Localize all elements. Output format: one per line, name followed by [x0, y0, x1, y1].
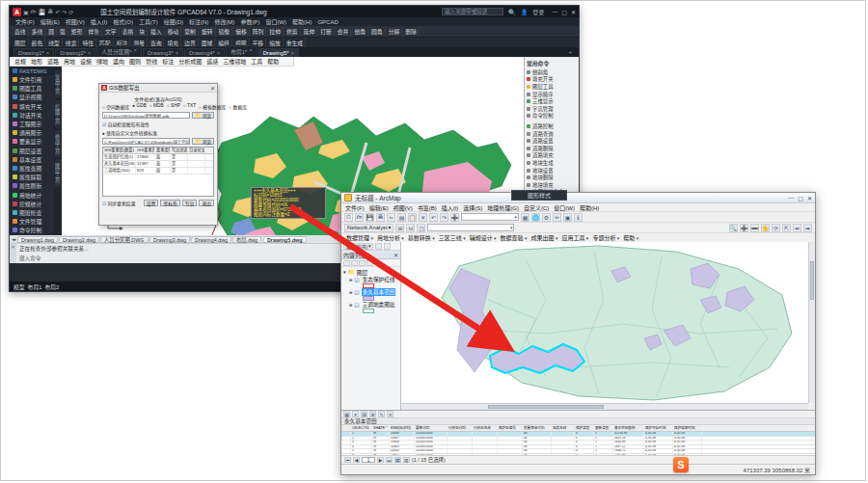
cad-menu-item[interactable]: 绘图(D): [164, 17, 183, 26]
layer-checkbox[interactable]: [354, 289, 359, 296]
toc-layer[interactable]: ⊞ 三调地类图斑: [349, 301, 398, 313]
drawing-tab[interactable]: 人员分区图*: [96, 45, 142, 57]
sidebar-item[interactable]: 通用图示: [10, 128, 54, 137]
dialog-button[interactable]: 坐标系: [160, 200, 179, 206]
sidebar-item[interactable]: 命令控制: [10, 226, 54, 234]
toolbar-icon[interactable]: ↶: [429, 213, 438, 222]
cad-menu-item[interactable]: 格式(O): [113, 17, 133, 26]
ribbon-button[interactable]: 缩放: [267, 38, 284, 48]
sidebar-item[interactable]: 图斑检查: [10, 208, 54, 217]
ribbon-button[interactable]: 圆角: [369, 26, 386, 37]
ribbon-button[interactable]: 旋转: [200, 26, 216, 37]
ribbon-button[interactable]: 偏移: [233, 26, 250, 37]
minimize-icon[interactable]: —: [788, 195, 794, 201]
sync-checkbox[interactable]: 同步要素结果: [102, 200, 135, 206]
inner-menu-item[interactable]: 地形: [31, 57, 42, 66]
file-tab[interactable]: 人员分区图.DWG: [100, 236, 149, 243]
sidebar-item[interactable]: 控规统计: [10, 200, 54, 208]
zoom-tool-icon[interactable]: 🔍: [729, 224, 738, 232]
cad-menu-item[interactable]: 文件(F): [15, 17, 35, 26]
qat-icon[interactable]: 🗁: [31, 9, 37, 15]
cad-menu-item[interactable]: 工具(T): [139, 17, 158, 26]
dialog-button[interactable]: 设置: [144, 200, 159, 206]
palette-item[interactable]: 命令控制: [527, 113, 577, 121]
network-analyst-dropdown[interactable]: Network Analyst▾: [344, 224, 393, 232]
ribbon-button[interactable]: 图层: [13, 38, 29, 48]
custom-menu-dropdown[interactable]: 帮助: [623, 233, 638, 242]
inner-menu-item[interactable]: 帮助: [267, 57, 279, 66]
arcmap-menu-item[interactable]: 地理处理(G): [487, 203, 519, 212]
cad-menu-item[interactable]: 标注(N): [189, 17, 208, 26]
login-link[interactable]: 登录: [532, 8, 544, 16]
ribbon-button[interactable]: 样条: [86, 26, 102, 37]
browse-button[interactable]: 📁 浏览: [192, 138, 214, 145]
layout-tab[interactable]: 模型: [14, 282, 25, 291]
format-radio[interactable]: 数据库: [229, 103, 247, 110]
ribbon-button[interactable]: 文字: [103, 26, 120, 37]
editor-tool-icon[interactable]: [375, 243, 382, 250]
toc-layer[interactable]: ⊞ 生态保护红线: [349, 276, 398, 288]
editor-dropdown[interactable]: 编辑器(R)▾: [343, 243, 373, 250]
maximize-icon[interactable]: ▢: [561, 9, 567, 15]
zoom-tool-icon[interactable]: ➖: [750, 224, 759, 232]
toc-view-icon[interactable]: [351, 260, 358, 266]
qat-icon[interactable]: ↶: [55, 9, 60, 15]
ribbon-button[interactable]: 修剪: [285, 26, 301, 37]
table-options-icon[interactable]: ▦: [343, 411, 350, 417]
table-tool-icon[interactable]: ⊞: [369, 411, 376, 417]
cad-menu-item[interactable]: 视图(V): [66, 17, 85, 26]
qat-icon[interactable]: ▣: [23, 9, 29, 15]
toolbar-icon[interactable]: ⊞: [395, 224, 404, 232]
table-tool-icon[interactable]: ▾: [352, 411, 359, 417]
arcmap-menu-item[interactable]: 窗口(W): [554, 203, 575, 212]
dialog-button[interactable]: 退出: [199, 200, 214, 206]
inner-menu-item[interactable]: 三维领地: [223, 57, 246, 66]
close-icon[interactable]: ×: [10, 244, 16, 263]
ribbon-button[interactable]: 线宽: [64, 38, 80, 48]
ribbon-button[interactable]: 打断: [318, 26, 335, 37]
side-tab[interactable]: 常用工具: [55, 70, 61, 98]
toolbar-icon[interactable]: ⊟: [406, 224, 415, 232]
attribute-grid[interactable]: OBJECTIDSHAPE *BSM(标识码)要素代码行政区代码行政区名称保护区…: [341, 425, 815, 456]
sidebar-item[interactable]: 图层设置: [10, 147, 54, 155]
ribbon-button[interactable]: 合并: [336, 26, 352, 37]
sidebar-item[interactable]: 文件管理: [10, 217, 54, 226]
format-radio[interactable]: SHP: [167, 103, 180, 110]
inner-menu-item[interactable]: 遥感: [206, 57, 218, 66]
drawing-tab[interactable]: Drawing5*: [258, 48, 299, 57]
custom-menu-dropdown[interactable]: 辅规设计: [470, 233, 497, 242]
toolbar-icon[interactable]: ✕: [419, 213, 427, 222]
ribbon-button[interactable]: 矩形: [69, 26, 86, 37]
qat-icon[interactable]: ⟳: [68, 9, 73, 15]
file-tab[interactable]: Drawing3.dwg: [149, 236, 191, 243]
sidebar-item[interactable]: 填充开关: [10, 102, 54, 111]
arcmap-menu-item[interactable]: 视图(V): [393, 203, 413, 212]
sidebar-item[interactable]: 属性刷新: [10, 181, 54, 190]
ribbon-button[interactable]: 延伸: [302, 26, 318, 37]
toc-layer[interactable]: ⊞ 永久基本农田: [349, 288, 398, 301]
drawing-tab[interactable]: 布局1*: [226, 45, 257, 57]
format-radio[interactable]: TXT: [183, 103, 196, 110]
ribbon-button[interactable]: 拉伸: [267, 26, 284, 37]
cad-menu-item[interactable]: 编辑(E): [41, 17, 60, 26]
minimize-icon[interactable]: —: [552, 9, 557, 15]
custom-menu-dropdown[interactable]: 应用工具: [561, 233, 588, 242]
inner-menu-item[interactable]: 设施: [80, 57, 92, 66]
close-icon[interactable]: ✕: [393, 252, 398, 258]
custom-menu-dropdown[interactable]: 数据管理: [346, 233, 373, 242]
ribbon-button[interactable]: 多线: [30, 26, 46, 37]
standard-path-input[interactable]: C:\FastUsers\GPCAD V7.0\Standards\国土空间_市…: [102, 138, 190, 145]
side-tab[interactable]: 图层工具: [55, 159, 61, 187]
ribbon-button[interactable]: 倒角: [352, 26, 368, 37]
prev-record-icon[interactable]: ◀: [353, 457, 360, 463]
ribbon-button[interactable]: 线型: [46, 38, 63, 48]
toolbar-icon[interactable]: 🗋: [344, 213, 353, 222]
inner-menu-item[interactable]: 绿地: [96, 57, 108, 66]
custom-menu-dropdown[interactable]: 基数转换: [408, 233, 435, 242]
toolbar-icon[interactable]: ◳: [417, 224, 425, 232]
inner-menu-item[interactable]: 分析成图: [178, 57, 202, 66]
ribbon-button[interactable]: 镜像: [217, 26, 233, 37]
new-tab-button[interactable]: +: [565, 49, 575, 55]
qat-icon[interactable]: 🖶: [47, 9, 53, 15]
table-tool-icon[interactable]: 🖫: [361, 411, 367, 417]
